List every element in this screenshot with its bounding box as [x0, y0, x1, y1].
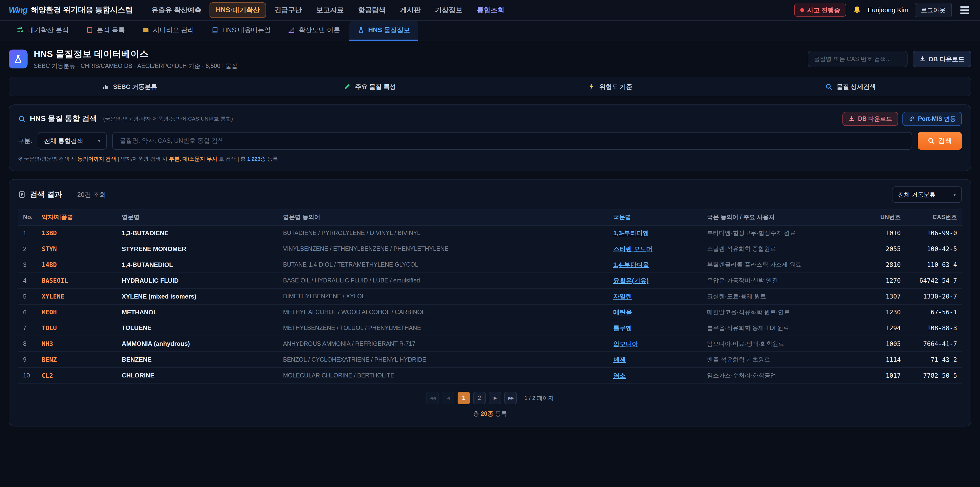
- nav-item-rescue[interactable]: 긴급구난: [268, 2, 308, 18]
- cell-cas-number: 100-42-5: [906, 241, 962, 257]
- nav-item-hns-dispersion[interactable]: HNS·대기확산: [210, 2, 266, 18]
- main-menu: 유출유 확산예측 HNS·대기확산 긴급구난 보고자료 항공탐색 게시판 기상정…: [145, 2, 511, 18]
- database-flask-icon: [9, 49, 27, 68]
- substance-link[interactable]: 염소: [613, 372, 626, 379]
- tab-hns-response-manual[interactable]: HNS 대응매뉴얼: [204, 21, 279, 41]
- category-select[interactable]: 전체 통합검색 ▾: [38, 132, 107, 150]
- header-search-input[interactable]: [808, 51, 908, 67]
- substance-link[interactable]: 1,3-부타디엔: [613, 230, 649, 236]
- nav-item-integrated-search[interactable]: 통합조회: [471, 2, 511, 18]
- tab-hns-substance-info[interactable]: HNS 물질정보: [349, 21, 418, 41]
- top-navigation: Wing 해양환경 위기대응 통합시스템 유출유 확산예측 HNS·대기확산 긴…: [0, 0, 980, 21]
- cell-un-number: 1114: [872, 352, 906, 367]
- col-korean-synonym-usage: 국문 동의어 / 주요 사용처: [702, 209, 872, 225]
- cell-no: 2: [18, 241, 37, 257]
- app-logo[interactable]: Wing 해양환경 위기대응 통합시스템: [9, 5, 132, 15]
- cell-korean-name: 벤젠: [608, 352, 702, 367]
- col-cas-number: CAS번호: [906, 209, 962, 225]
- logout-button[interactable]: 로그아웃: [915, 3, 952, 18]
- chevron-down-icon: ▾: [953, 192, 956, 198]
- db-download-button[interactable]: DB 다운로드: [842, 112, 898, 126]
- substance-link[interactable]: 자일렌: [613, 293, 632, 300]
- cell-korean-name: 1,4-부탄디올: [608, 257, 702, 273]
- table-row[interactable]: 6 MEOH METHANOL METHYL ALCOHOL / WOOD AL…: [18, 304, 962, 320]
- nav-item-weather[interactable]: 기상정보: [429, 2, 469, 18]
- substance-link[interactable]: 윤활유(기유): [613, 277, 649, 284]
- table-row[interactable]: 7 TOLU TOLUENE METHYLBENZENE / TOLUOL / …: [18, 320, 962, 336]
- substance-link[interactable]: 메탄올: [613, 309, 632, 316]
- next-page-button[interactable]: ▶: [489, 392, 501, 404]
- download-icon: [849, 116, 855, 122]
- hamburger-menu-icon[interactable]: [958, 4, 971, 16]
- nav-item-reports[interactable]: 보고자료: [310, 2, 350, 18]
- cell-english-name: HYDRAULIC FLUID: [117, 273, 278, 289]
- cell-english-synonym: MOLECULAR CHLORINE / BERTHOLITE: [278, 367, 608, 383]
- substance-link[interactable]: 암모니아: [613, 340, 638, 347]
- cell-korean-name: 톨루엔: [608, 320, 702, 336]
- cell-no: 4: [18, 273, 37, 289]
- wind-icon: [17, 27, 24, 34]
- tab-dispersion-model-theory[interactable]: 확산모델 이론: [280, 21, 348, 41]
- prev-page-button[interactable]: ◀: [442, 392, 454, 404]
- feature-sebc-classification[interactable]: SEBC 거동분류: [9, 77, 250, 96]
- substance-link[interactable]: 스티렌 모노머: [613, 246, 652, 252]
- page-1-button[interactable]: 1: [458, 392, 470, 404]
- cell-cas-number: 110-63-4: [906, 257, 962, 273]
- table-row[interactable]: 10 CL2 CHLORINE MOLECULAR CHLORINE / BER…: [18, 367, 962, 383]
- cell-un-number: 1017: [872, 367, 906, 383]
- portmis-link-button[interactable]: Port-MIS 연동: [902, 112, 962, 126]
- cell-cas-number: 67-56-1: [906, 304, 962, 320]
- book-icon: [212, 27, 218, 34]
- substance-link[interactable]: 1,4-부탄디올: [613, 261, 649, 268]
- list-icon: [86, 27, 93, 34]
- nav-item-board[interactable]: 게시판: [394, 2, 427, 18]
- nav-item-spill-prediction[interactable]: 유출유 확산예측: [145, 2, 208, 18]
- classification-filter-select[interactable]: 전체 거동분류 ▾: [892, 187, 962, 203]
- search-title-note: (국문명·영문명·약자·제품명·동의어·CAS·UN번호 통합): [103, 115, 233, 122]
- tab-analysis-list[interactable]: 분석 목록: [78, 21, 133, 41]
- cell-no: 7: [18, 320, 37, 336]
- feature-risk-criteria[interactable]: 위험도 기준: [490, 77, 730, 96]
- tab-dispersion-analysis[interactable]: 대기확산 분석: [9, 21, 77, 41]
- cell-korean-name: 자일렌: [608, 289, 702, 304]
- substance-link[interactable]: 톨루엔: [613, 324, 632, 332]
- search-icon: [928, 137, 935, 144]
- cell-no: 8: [18, 336, 37, 352]
- tab-scenario-management[interactable]: 시나리오 관리: [134, 21, 202, 41]
- feature-substance-properties[interactable]: 주요 물질 특성: [250, 77, 490, 96]
- cell-english-name: STYRENE MONOMER: [117, 241, 278, 257]
- col-korean-name: 국문명: [608, 209, 702, 225]
- cell-usage: 부틸렌글리콜·플라스틱 가소제 원료: [702, 257, 872, 273]
- download-icon: [920, 56, 926, 62]
- cell-usage: 벤졸·석유화학 기초원료: [702, 352, 872, 367]
- page-2-button[interactable]: 2: [473, 392, 486, 404]
- table-row[interactable]: 8 NH3 AMMONIA (anhydrous) ANHYDROUS AMMO…: [18, 336, 962, 352]
- col-no: No.: [18, 209, 37, 225]
- incident-dot-icon: [800, 8, 804, 12]
- incident-status-badge[interactable]: 사고 진행중: [794, 3, 846, 17]
- feature-detail-search[interactable]: 물질 상세검색: [730, 77, 971, 96]
- page-title: HNS 물질정보 데이터베이스: [34, 48, 237, 60]
- substance-link[interactable]: 벤젠: [613, 356, 626, 363]
- table-row[interactable]: 2 STYN STYRENE MONOMER VINYLBENZENE / ET…: [18, 241, 962, 257]
- cell-english-name: 1,3-BUTADIENE: [117, 225, 278, 241]
- notification-bell-icon[interactable]: [853, 6, 861, 14]
- table-row[interactable]: 3 14BD 1,4-BUTANEDIOL BUTANE-1,4-DIOL / …: [18, 257, 962, 273]
- search-button[interactable]: 검색: [918, 132, 962, 150]
- table-row[interactable]: 9 BENZ BENZENE BENZOL / CYCLOHEXATRIENE …: [18, 352, 962, 367]
- cell-un-number: 1294: [872, 320, 906, 336]
- cell-no: 5: [18, 289, 37, 304]
- table-row[interactable]: 4 BASEOIL HYDRAULIC FLUID BASE OIL / HYD…: [18, 273, 962, 289]
- cell-abbr: BASEOIL: [37, 273, 117, 289]
- cell-english-name: METHANOL: [117, 304, 278, 320]
- integrated-search-input[interactable]: [112, 132, 912, 150]
- table-row[interactable]: 5 XYLENE XYLENE (mixed isomers) DIMETHYL…: [18, 289, 962, 304]
- last-page-button[interactable]: ▶▶: [504, 392, 517, 404]
- first-page-button[interactable]: ◀◀: [426, 392, 439, 404]
- cell-usage: 크실렌·도료·용제 원료: [702, 289, 872, 304]
- ruler-triangle-icon: [288, 27, 295, 34]
- table-row[interactable]: 1 13BD 1,3-BUTADIENE BUTADIENE / PYRROLY…: [18, 225, 962, 241]
- results-panel: 검색 결과 — 20건 조회 전체 거동분류 ▾ No. 약자/제품명 영문명 …: [9, 179, 971, 426]
- nav-item-aerial-search[interactable]: 항공탐색: [352, 2, 392, 18]
- header-db-download-button[interactable]: DB 다운로드: [913, 51, 971, 67]
